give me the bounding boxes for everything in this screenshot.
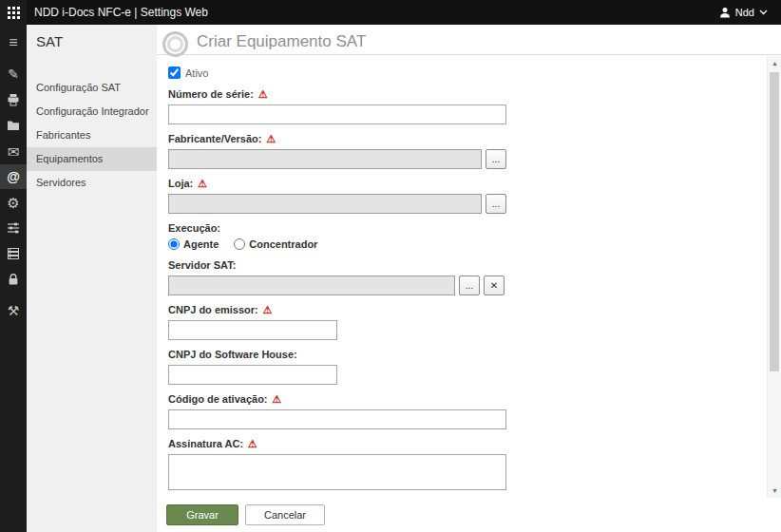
page-title: Criar Equipamento SAT: [197, 32, 366, 51]
sidebar-items: Configuração SAT Configuração Integrador…: [27, 76, 157, 195]
rail-item-security[interactable]: [0, 267, 27, 292]
user-name: Ndd: [735, 7, 754, 18]
page-emblem-icon: [162, 31, 188, 57]
user-icon: [719, 7, 731, 18]
user-menu[interactable]: Ndd: [719, 7, 768, 18]
menu-icon: ≡: [9, 35, 17, 50]
execucao-option-concentrador[interactable]: Concentrador: [234, 238, 317, 250]
scrollbar-thumb[interactable]: [770, 72, 779, 371]
loja-picker-button[interactable]: ...: [486, 194, 506, 214]
assinatura-ac-textarea[interactable]: [168, 454, 506, 490]
scroll-down-button[interactable]: ▼: [768, 484, 781, 498]
rail-item-parameters[interactable]: [0, 216, 27, 240]
wrench-icon: ⚒: [8, 304, 20, 317]
sidebar-item-equipamentos[interactable]: Equipamentos: [27, 147, 157, 171]
servidor-picker-button[interactable]: ...: [459, 276, 480, 295]
numero-serie-input[interactable]: [168, 104, 506, 124]
cnpj-software-house-field: CNPJ do Software House:: [168, 349, 767, 385]
top-bar: NDD i-Docs NFC-e | Settings Web Ndd: [0, 0, 781, 25]
execucao-options: Agente Concentrador: [168, 238, 767, 250]
server-icon: [7, 247, 20, 260]
fabricante-picker-button[interactable]: ...: [486, 149, 506, 169]
rail-item-tools[interactable]: ✎: [0, 62, 27, 86]
cnpj-software-house-label: CNPJ do Software House:: [168, 349, 297, 360]
form-footer: Gravar Cancelar: [157, 498, 781, 532]
gear-icon: ⚙: [7, 196, 19, 210]
codigo-ativacao-input[interactable]: [168, 409, 506, 429]
execucao-field: Execução:: [168, 222, 767, 234]
app-launcher-button[interactable]: [0, 0, 27, 25]
page-header: Criar Equipamento SAT: [157, 25, 781, 55]
fabricante-label: Fabricante/Versão:: [168, 133, 261, 144]
pen-tool-icon: ✎: [8, 67, 19, 81]
cancel-button[interactable]: Cancelar: [245, 504, 325, 525]
folder-icon: [7, 119, 20, 132]
loja-field: Loja: ⚠ ...: [168, 178, 767, 214]
loja-input: [168, 194, 482, 214]
cnpj-emissor-field: CNPJ do emissor: ⚠: [168, 304, 767, 340]
concentrador-radio[interactable]: [234, 238, 245, 250]
numero-serie-field: Número de série: ⚠: [168, 88, 767, 124]
codigo-ativacao-label: Código de ativação:: [168, 393, 268, 405]
sidebar-title: SAT: [27, 25, 157, 49]
execucao-option-agente[interactable]: Agente: [168, 238, 219, 250]
numero-serie-label: Número de série:: [168, 88, 254, 100]
execucao-label: Execução:: [168, 222, 220, 234]
scroll-up-button[interactable]: ▲: [768, 56, 781, 70]
rail-item-printer[interactable]: [0, 87, 27, 112]
loja-label: Loja:: [168, 178, 193, 189]
chevron-down-icon: [759, 10, 768, 15]
app-title: NDD i-Docs NFC-e | Settings Web: [34, 6, 208, 19]
cnpj-emissor-label: CNPJ do emissor:: [168, 304, 258, 315]
sidebar-item-configuracao-integrador[interactable]: Configuração Integrador: [27, 100, 157, 124]
waffle-grid-icon: [8, 7, 20, 19]
cnpj-software-house-input[interactable]: [168, 365, 337, 385]
required-warning-icon: ⚠: [263, 305, 273, 315]
required-warning-icon: ⚠: [266, 134, 276, 144]
ativo-checkbox[interactable]: [168, 66, 181, 79]
sidebar-item-servidores[interactable]: Servidores: [27, 171, 157, 195]
rail-item-at[interactable]: @: [0, 164, 27, 189]
rail-item-settings[interactable]: ⚙: [0, 190, 27, 215]
icon-rail: ≡ ✎ ✉ @ ⚙: [0, 25, 27, 532]
rail-item-maintenance[interactable]: ⚒: [0, 298, 27, 323]
servidor-sat-input: [168, 276, 455, 295]
codigo-ativacao-field: Código de ativação: ⚠: [168, 393, 767, 429]
rail-item-mail[interactable]: ✉: [0, 139, 27, 163]
save-button[interactable]: Gravar: [166, 504, 238, 525]
required-warning-icon: ⚠: [198, 179, 207, 189]
sidebar-item-configuracao-sat[interactable]: Configuração SAT: [27, 76, 157, 100]
servidor-clear-button[interactable]: ✕: [484, 276, 505, 295]
rail-item-documents[interactable]: [0, 113, 27, 138]
printer-icon: [7, 93, 20, 106]
fabricante-field: Fabricante/Versão: ⚠ ...: [168, 133, 767, 169]
rail-item-menu[interactable]: ≡: [0, 30, 27, 55]
cnpj-emissor-input[interactable]: [168, 320, 337, 340]
required-warning-icon: ⚠: [248, 439, 257, 449]
assinatura-ac-label: Assinatura AC:: [168, 438, 243, 449]
ativo-label: Ativo: [185, 67, 208, 79]
sidebar-item-fabricantes[interactable]: Fabricantes: [27, 124, 157, 147]
sliders-icon: [7, 221, 20, 235]
assinatura-ac-field: Assinatura AC: ⚠: [168, 438, 767, 490]
agente-radio[interactable]: [168, 238, 180, 250]
lock-icon: [7, 273, 20, 286]
servidor-sat-field: Servidor SAT: ... ✕: [168, 259, 767, 295]
main-content: Criar Equipamento SAT Ativo Número de sé…: [157, 25, 781, 532]
required-warning-icon: ⚠: [273, 394, 282, 405]
ativo-field: Ativo: [168, 66, 767, 79]
form-area: Ativo Número de série: ⚠ Fabricante/Vers…: [157, 56, 767, 498]
required-warning-icon: ⚠: [258, 89, 268, 100]
mail-icon: ✉: [8, 144, 20, 159]
rail-item-servers[interactable]: [0, 241, 27, 266]
servidor-sat-label: Servidor SAT:: [168, 259, 236, 271]
section-sidebar: SAT Configuração SAT Configuração Integr…: [27, 25, 157, 532]
at-icon: @: [7, 170, 20, 183]
fabricante-input: [168, 149, 482, 169]
vertical-scrollbar[interactable]: ▲ ▼: [767, 56, 781, 498]
